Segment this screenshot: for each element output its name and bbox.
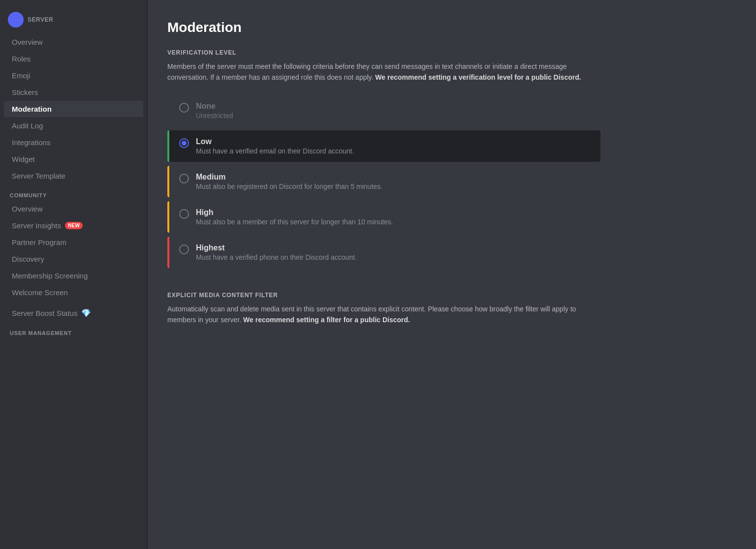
explicit-filter-description: Automatically scan and delete media sent… [167, 304, 591, 326]
sidebar-item-partner-program[interactable]: Partner Program [4, 234, 143, 250]
radio-desc-low: Must have a verified email on their Disc… [196, 147, 354, 155]
sidebar-label-partner-program: Partner Program [12, 238, 66, 246]
sidebar-item-server-template[interactable]: Server Template [4, 168, 143, 184]
server-label: SERVER [28, 16, 53, 23]
sidebar-label-discovery: Discovery [12, 255, 44, 263]
radio-label-none: None [196, 102, 233, 111]
radio-option-medium[interactable]: MediumMust also be registered on Discord… [167, 166, 600, 197]
sidebar-item-server-insights[interactable]: Server InsightsNEW [4, 217, 143, 234]
sidebar-item-stickers[interactable]: Stickers [4, 84, 143, 100]
radio-option-high[interactable]: HighMust also be a member of this server… [167, 201, 600, 233]
sidebar-item-integrations[interactable]: Integrations [4, 134, 143, 151]
sidebar-label-server-insights: Server Insights [12, 221, 61, 230]
radio-circle-medium [179, 174, 189, 183]
page-title: Moderation [167, 20, 736, 35]
radio-label-high: High [196, 208, 393, 217]
radio-circle-low [179, 138, 189, 148]
radio-option-highest[interactable]: HighestMust have a verified phone on the… [167, 237, 600, 268]
radio-option-low[interactable]: LowMust have a verified email on their D… [167, 130, 600, 162]
radio-desc-none: Unrestricted [196, 112, 233, 120]
server-icon [8, 12, 24, 28]
sidebar-item-boost-status[interactable]: Server Boost Status 💎 [4, 305, 143, 322]
sidebar-item-roles[interactable]: Roles [4, 51, 143, 67]
sidebar-item-community-overview[interactable]: Overview [4, 201, 143, 217]
sidebar-item-membership-screening[interactable]: Membership Screening [4, 268, 143, 284]
sidebar-item-welcome-screen[interactable]: Welcome Screen [4, 284, 143, 301]
radio-circle-highest [179, 244, 189, 254]
user-management-label: USER MANAGEMENT [0, 322, 147, 338]
verification-description: Members of the server must meet the foll… [167, 61, 591, 83]
sidebar-item-audit-log[interactable]: Audit Log [4, 118, 143, 134]
sidebar: SERVER OverviewRolesEmojiStickersModerat… [0, 0, 148, 549]
radio-circle-high [179, 209, 189, 219]
boost-icon: 💎 [81, 308, 91, 318]
main-content: Moderation VERIFICATION LEVEL Members of… [148, 0, 756, 549]
radio-desc-highest: Must have a verified phone on their Disc… [196, 253, 357, 261]
sidebar-label-welcome-screen: Welcome Screen [12, 288, 68, 297]
sidebar-label-community-overview: Overview [12, 205, 43, 213]
server-header: SERVER [0, 8, 147, 33]
boost-status-label: Server Boost Status [12, 309, 77, 317]
sidebar-item-widget[interactable]: Widget [4, 151, 143, 167]
radio-desc-medium: Must also be registered on Discord for l… [196, 183, 382, 190]
verification-desc-bold: We recommend setting a verification leve… [375, 73, 581, 81]
explicit-filter-desc-bold: We recommend setting a filter for a publ… [243, 316, 410, 324]
radio-label-medium: Medium [196, 173, 382, 182]
radio-desc-high: Must also be a member of this server for… [196, 218, 393, 226]
sidebar-item-discovery[interactable]: Discovery [4, 251, 143, 267]
sidebar-item-moderation[interactable]: Moderation [4, 101, 143, 117]
explicit-filter-title: EXPLICIT MEDIA CONTENT FILTER [167, 292, 736, 299]
radio-option-none[interactable]: NoneUnrestricted [167, 95, 600, 126]
sidebar-label-membership-screening: Membership Screening [12, 272, 88, 280]
sidebar-item-overview[interactable]: Overview [4, 34, 143, 50]
badge-server-insights: NEW [65, 222, 83, 229]
verification-section-title: VERIFICATION LEVEL [167, 49, 736, 56]
sidebar-item-emoji[interactable]: Emoji [4, 67, 143, 84]
radio-label-highest: Highest [196, 244, 357, 252]
radio-label-low: Low [196, 137, 354, 146]
community-section-label: COMMUNITY [0, 184, 147, 200]
radio-circle-none [179, 103, 189, 113]
